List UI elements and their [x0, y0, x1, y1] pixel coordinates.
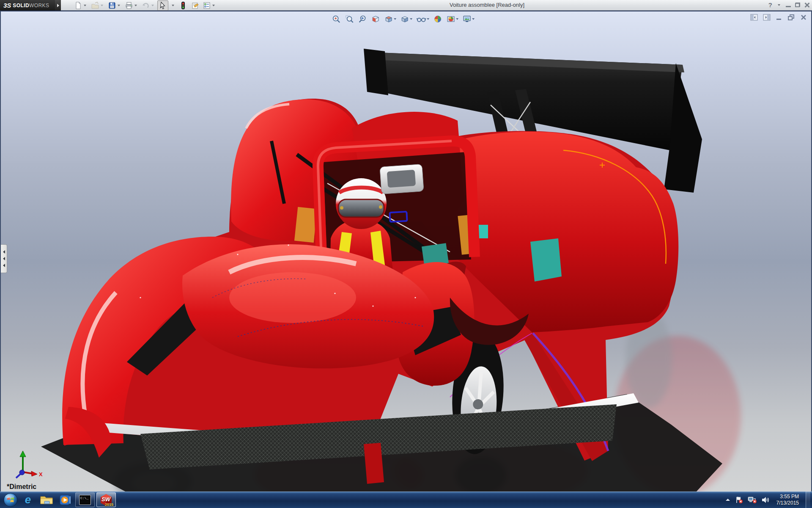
open-folder-icon — [91, 1, 99, 10]
help-dropdown-icon[interactable] — [778, 4, 780, 6]
select-tool-button[interactable] — [157, 0, 168, 11]
left-arrow-icon — [3, 250, 5, 254]
close-button[interactable] — [804, 3, 809, 8]
windows-taskbar: e C:\_ — [0, 491, 812, 508]
left-arrow-icon — [3, 264, 5, 267]
race-car-model[interactable] — [1, 11, 811, 491]
restore-button[interactable] — [795, 3, 800, 7]
rebuild-button[interactable] — [178, 0, 189, 11]
zoom-to-fit-button[interactable] — [331, 14, 342, 25]
command-prompt-icon: C:\_ — [79, 495, 91, 505]
section-view-button[interactable] — [370, 14, 381, 25]
cursor-arrow-icon — [159, 1, 167, 10]
options-list-icon — [203, 1, 211, 10]
solidworks-letters: SW — [102, 496, 110, 502]
orientation-triad[interactable]: X — [7, 450, 45, 480]
display-style-button[interactable] — [399, 14, 413, 25]
start-button[interactable] — [3, 492, 19, 508]
window-title: Voiture assomblee [Read-only] — [450, 2, 524, 8]
dassault-logo-mark: 3S — [3, 2, 11, 9]
file-properties-icon — [191, 1, 199, 10]
taskbar-command-prompt[interactable]: C:\_ — [75, 492, 95, 507]
view-orientation-button[interactable] — [383, 14, 397, 25]
clock-time: 3:55 PM — [776, 494, 799, 500]
solidworks-logo: 3S SOLIDWORKS — [0, 0, 55, 11]
zoom-to-area-button[interactable] — [344, 14, 355, 25]
options-button[interactable] — [201, 0, 217, 11]
logo-works-text: WORKS — [29, 3, 49, 8]
minimize-button[interactable] — [786, 3, 791, 7]
view-settings-button[interactable] — [461, 14, 475, 25]
apply-scene-button[interactable] — [445, 14, 459, 25]
folder-icon — [40, 494, 53, 505]
chevron-down-icon[interactable] — [151, 5, 154, 6]
solidworks-app-icon: SW 2015 — [100, 494, 112, 506]
traffic-light-icon — [179, 1, 187, 10]
display-style-icon — [400, 14, 409, 24]
solidworks-year-badge: 2015 — [105, 502, 113, 507]
feature-pane-splitter-tab[interactable] — [1, 244, 7, 273]
window-controls: ? — [768, 1, 809, 8]
eyeglasses-icon — [416, 14, 426, 24]
minimize-icon — [786, 6, 791, 7]
media-player-icon — [59, 494, 71, 506]
chevron-down-icon[interactable] — [427, 18, 429, 20]
chevron-down-icon[interactable] — [394, 18, 396, 20]
help-button[interactable]: ? — [768, 1, 772, 8]
minimize-document-icon[interactable] — [776, 14, 782, 21]
logo-solid-text: SOLID — [13, 3, 29, 8]
taskbar-internet-explorer[interactable]: e — [19, 492, 37, 508]
chevron-down-icon[interactable] — [456, 18, 458, 20]
main-toolbar — [73, 0, 217, 10]
left-arrow-icon — [3, 257, 5, 260]
scene-sphere-icon — [446, 14, 455, 24]
undo-button[interactable] — [140, 0, 156, 11]
save-button[interactable] — [107, 0, 123, 11]
chevron-down-icon[interactable] — [410, 18, 412, 20]
taskbar-clock[interactable]: 3:55 PM 7/13/2015 — [774, 494, 801, 506]
pane-left-toggle-icon[interactable] — [750, 14, 758, 21]
helmet-visor — [338, 199, 384, 217]
hide-show-items-button[interactable] — [415, 14, 430, 25]
volume-button[interactable] — [761, 496, 770, 504]
show-hidden-icons-button[interactable] — [725, 497, 731, 502]
chevron-down-icon[interactable] — [472, 18, 475, 20]
open-document-button[interactable] — [90, 0, 106, 11]
chevron-down-icon[interactable] — [101, 5, 103, 6]
taskbar-media-player[interactable] — [56, 492, 74, 508]
action-center-button[interactable] — [735, 496, 743, 504]
network-status-button[interactable] — [748, 496, 757, 504]
select-dropdown[interactable] — [169, 0, 177, 11]
menu-expand-arrow[interactable] — [55, 0, 61, 11]
chevron-down-icon[interactable] — [84, 5, 86, 6]
restore-icon — [795, 3, 800, 7]
network-disconnected-icon — [748, 496, 757, 504]
titlebar: 3S SOLIDWORKS — [0, 0, 812, 11]
undo-arrow-icon — [142, 1, 150, 10]
new-document-icon — [74, 1, 82, 10]
chevron-down-icon[interactable] — [134, 5, 137, 6]
file-properties-button[interactable] — [189, 0, 200, 11]
pane-right-toggle-icon[interactable] — [763, 14, 771, 21]
side-opening-teal — [530, 238, 562, 282]
close-document-icon[interactable] — [800, 14, 807, 21]
print-button[interactable] — [123, 0, 140, 11]
save-floppy-icon — [108, 1, 116, 10]
edit-appearance-button[interactable] — [432, 14, 443, 25]
chevron-down-icon[interactable] — [118, 5, 120, 6]
view-orientation-icon — [384, 14, 393, 24]
restore-document-icon[interactable] — [787, 14, 795, 21]
previous-view-button[interactable] — [357, 14, 368, 25]
zoom-to-area-icon — [345, 14, 354, 24]
solidworks-window: 3S SOLIDWORKS — [0, 0, 812, 508]
new-document-button[interactable] — [73, 0, 89, 11]
zoom-to-fit-icon — [332, 14, 341, 24]
graphics-viewport[interactable]: X *Dimetric — [0, 11, 812, 491]
appearance-sphere-icon — [433, 14, 442, 24]
chevron-down-icon[interactable] — [212, 5, 215, 6]
taskbar-solidworks[interactable]: SW 2015 — [96, 492, 116, 507]
internet-explorer-icon: e — [25, 493, 31, 506]
triad-x-label: X — [39, 471, 43, 478]
taskbar-windows-explorer[interactable] — [37, 492, 56, 508]
show-desktop-button[interactable] — [806, 491, 810, 508]
